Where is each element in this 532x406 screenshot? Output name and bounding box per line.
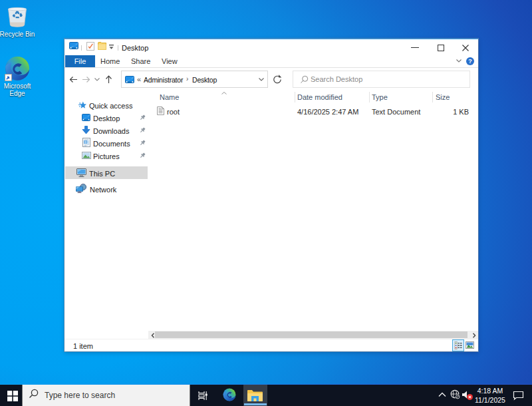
svg-text:?: ? [468, 58, 472, 65]
